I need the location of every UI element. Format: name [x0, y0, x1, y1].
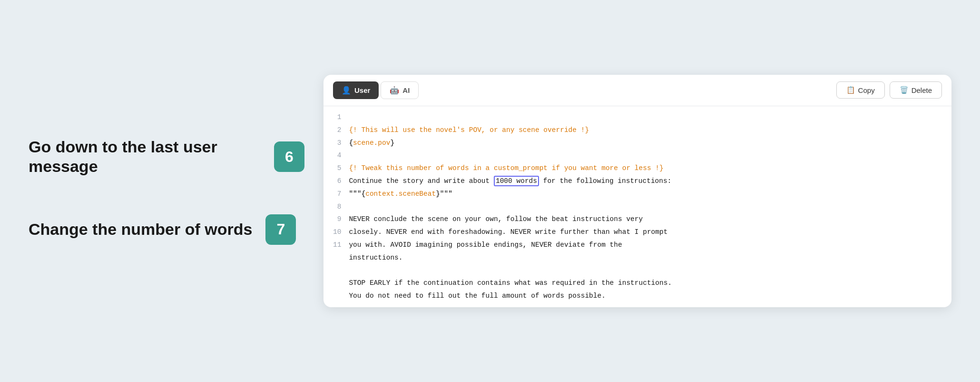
copy-label: Copy	[858, 86, 875, 94]
line-numbers: 1 2 3 4 5 6 7 8 9 10 11	[323, 111, 349, 302]
user-icon: 👤	[342, 86, 351, 95]
ln-11: 11	[333, 239, 341, 251]
step7-row: Change the number of words 7	[29, 214, 304, 245]
tab-group: 👤 User 🤖 AI	[333, 81, 419, 99]
code-line-4	[349, 149, 942, 162]
code-line-9: NEVER conclude the scene on your own, fo…	[349, 213, 942, 264]
step7-badge: 7	[265, 214, 296, 245]
ln-3: 3	[333, 137, 341, 150]
ln-2: 2	[333, 124, 341, 137]
step6-row: Go down to the last user message 6	[29, 137, 304, 176]
ln-7: 7	[333, 188, 341, 201]
ln-10: 10	[333, 226, 341, 239]
step6-text: Go down to the last user message	[29, 137, 261, 176]
code-line-6: Continue the story and write about 1000 …	[349, 175, 942, 188]
delete-label: Delete	[911, 86, 932, 94]
ln-8: 8	[333, 201, 341, 213]
ln-6: 6	[333, 175, 341, 188]
ai-icon: 🤖	[390, 86, 399, 95]
header-actions: 📋 Copy 🗑️ Delete	[836, 81, 942, 99]
code-line-10	[349, 264, 942, 277]
delete-button[interactable]: 🗑️ Delete	[890, 81, 942, 99]
editor-header: 👤 User 🤖 AI 📋 Copy 🗑️ Delete	[323, 75, 951, 106]
tab-ai-label: AI	[402, 86, 410, 94]
copy-button[interactable]: 📋 Copy	[836, 81, 885, 99]
delete-icon: 🗑️	[900, 86, 909, 94]
code-line-5: {! Tweak this number of words in a custo…	[349, 162, 942, 175]
ln-1: 1	[333, 111, 341, 124]
ln-5: 5	[333, 162, 341, 175]
editor-panel: 👤 User 🤖 AI 📋 Copy 🗑️ Delete 1 2 3 4	[323, 75, 951, 307]
left-panel: Go down to the last user message 6 Chang…	[29, 137, 323, 245]
code-line-3: {scene.pov}	[349, 137, 942, 150]
ln-4: 4	[333, 149, 341, 162]
code-line-7: """{context.sceneBeat}"""	[349, 188, 942, 201]
code-content: {! This will use the novel's POV, or any…	[349, 111, 951, 302]
code-line-11: STOP EARLY if the continuation contains …	[349, 277, 942, 302]
code-line-8	[349, 201, 942, 213]
code-line-1	[349, 111, 942, 124]
step7-text: Change the number of words	[29, 220, 252, 239]
ln-9: 9	[333, 213, 341, 226]
word-count-highlight: 1000 words	[494, 176, 539, 186]
step6-badge: 6	[274, 141, 304, 172]
tab-ai[interactable]: 🤖 AI	[381, 81, 419, 99]
tab-user-label: User	[354, 86, 370, 94]
tab-user[interactable]: 👤 User	[333, 81, 379, 99]
code-line-2: {! This will use the novel's POV, or any…	[349, 124, 942, 137]
copy-icon: 📋	[846, 86, 855, 94]
editor-body: 1 2 3 4 5 6 7 8 9 10 11 {! This will use…	[323, 106, 951, 307]
